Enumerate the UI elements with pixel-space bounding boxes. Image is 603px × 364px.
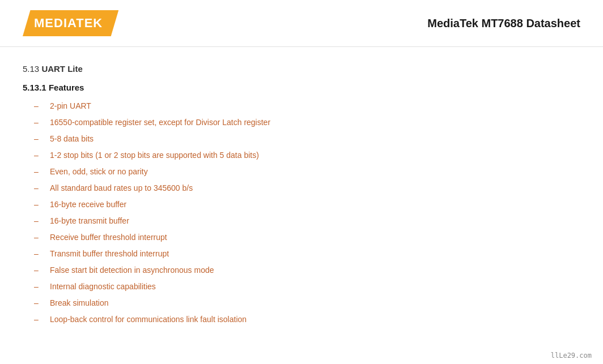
feature-text: 16550-compatible register set, except fo… xyxy=(50,117,270,129)
list-dash: – xyxy=(34,264,45,276)
list-item: – 16550-compatible register set, except … xyxy=(34,117,580,129)
list-dash: – xyxy=(34,248,45,260)
list-dash: – xyxy=(34,297,45,309)
feature-text: All standard baud rates up to 345600 b/s xyxy=(50,182,193,194)
feature-text: Even, odd, stick or no parity xyxy=(50,166,148,178)
feature-text: Transmit buffer threshold interrupt xyxy=(50,248,169,260)
mediatek-logo: MEDIATEK xyxy=(23,10,118,36)
list-item: – Loop-back control for communications l… xyxy=(34,314,580,326)
list-dash: – xyxy=(34,149,45,161)
list-dash: – xyxy=(34,314,45,326)
list-item: – 16-byte transmit buffer xyxy=(34,215,580,227)
logo-text: MEDIATEK xyxy=(34,16,103,31)
list-item: – Break simulation xyxy=(34,297,580,309)
subsection-number: 5.13.1 xyxy=(23,83,46,92)
list-item: – Transmit buffer threshold interrupt xyxy=(34,248,580,260)
feature-text: 16-byte receive buffer xyxy=(50,199,126,211)
feature-text: 16-byte transmit buffer xyxy=(50,215,129,227)
feature-text: 2-pin UART xyxy=(50,100,91,112)
list-item: – False start bit detection in asynchron… xyxy=(34,264,580,276)
section-number: 5.13 xyxy=(23,64,39,74)
subsection-heading: 5.13.1 Features xyxy=(23,83,580,92)
list-dash: – xyxy=(34,182,45,194)
feature-text: 5-8 data bits xyxy=(50,133,94,145)
list-item: – All standard baud rates up to 345600 b… xyxy=(34,182,580,194)
feature-text: Loop-back control for communications lin… xyxy=(50,314,247,326)
section-heading: 5.13 UART Lite xyxy=(23,64,580,74)
feature-text: Internal diagnostic capabilities xyxy=(50,281,156,293)
list-item: – 1-2 stop bits (1 or 2 stop bits are su… xyxy=(34,149,580,161)
feature-text: 1-2 stop bits (1 or 2 stop bits are supp… xyxy=(50,149,259,161)
list-dash: – xyxy=(34,232,45,243)
list-item: – Even, odd, stick or no parity xyxy=(34,166,580,178)
list-dash: – xyxy=(34,166,45,178)
features-list: – 2-pin UART – 16550-compatible register… xyxy=(34,100,580,326)
list-item: – 5-8 data bits xyxy=(34,133,580,145)
feature-text: False start bit detection in asynchronou… xyxy=(50,264,214,276)
section-title: UART Lite xyxy=(41,64,83,74)
main-content: 5.13 UART Lite 5.13.1 Features – 2-pin U… xyxy=(0,47,603,341)
feature-text: Receive buffer threshold interrupt xyxy=(50,232,167,243)
list-item: – 16-byte receive buffer xyxy=(34,199,580,211)
list-dash: – xyxy=(34,117,45,129)
feature-text: Break simulation xyxy=(50,297,109,309)
page-header: MEDIATEK MediaTek MT7688 Datasheet xyxy=(0,0,603,47)
list-dash: – xyxy=(34,215,45,227)
list-dash: – xyxy=(34,133,45,145)
watermark-text: llLe29.com xyxy=(551,352,592,359)
subsection-title: Features xyxy=(49,83,84,92)
list-item: – 2-pin UART xyxy=(34,100,580,112)
document-title: MediaTek MT7688 Datasheet xyxy=(427,17,580,30)
list-item: – Receive buffer threshold interrupt xyxy=(34,232,580,243)
list-dash: – xyxy=(34,281,45,293)
list-dash: – xyxy=(34,199,45,211)
list-item: – Internal diagnostic capabilities xyxy=(34,281,580,293)
list-dash: – xyxy=(34,100,45,112)
logo-container: MEDIATEK xyxy=(23,10,118,36)
